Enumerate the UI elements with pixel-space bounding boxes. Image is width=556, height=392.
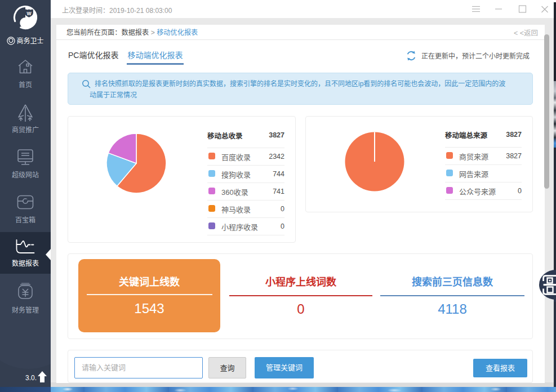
svg-text:W: W (27, 11, 32, 16)
